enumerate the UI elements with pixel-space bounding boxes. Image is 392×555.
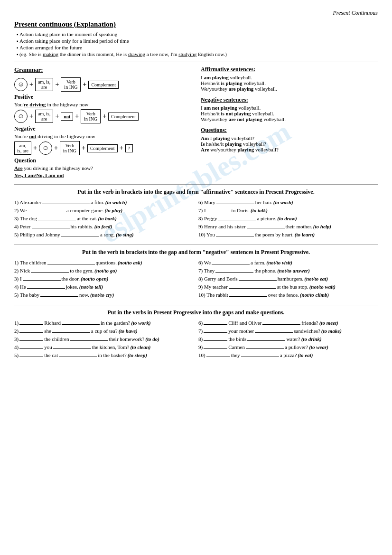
not-box: not [61,113,73,121]
grammar-section: Grammar: ☺ + am, is,are + Verbin ING + C… [14,66,378,179]
bullet-item-2: Action taking place only for a limited p… [17,38,378,44]
list-item: 4) Peter his rabbits. (to feed) [14,223,194,229]
blank[interactable] [42,198,90,204]
blank[interactable] [255,327,293,333]
blank[interactable] [62,319,100,325]
list-item: 2) We a computer game. (to play) [14,207,194,213]
list-item: 5) The baby now. (not/to cry) [14,291,194,298]
blank[interactable] [218,215,256,220]
blank[interactable] [59,351,97,357]
negative-section: Negative sentences: I am not playing vol… [201,96,378,122]
blank[interactable] [204,319,227,325]
blank[interactable] [28,207,65,212]
divider-2 [14,184,378,185]
list-item: 9) Carmen a pullover? (to wear) [198,343,378,350]
verb-ing-box2: Verbin ING [81,109,101,123]
aff-line-1: I am playing volleyball. [201,75,378,80]
blank[interactable] [216,231,254,236]
blank[interactable] [61,231,99,236]
list-item: 3) I the door. (not/to open) [14,275,194,282]
blank[interactable] [215,267,253,273]
blank[interactable] [262,319,300,325]
list-item: 6) Cliff and Oliver friends? (to meet) [198,319,378,326]
blank[interactable] [47,259,95,264]
exercise2-section: Put in the verb in brackets into the gap… [14,249,378,299]
list-item: 3) The dog at the cat. (to bark) [14,215,194,221]
list-item: 8) the birds water? (to drink) [198,335,378,342]
blank[interactable] [19,343,43,349]
blank[interactable] [32,223,70,228]
blank[interactable] [204,327,227,333]
complement-box: Complement [88,81,119,89]
positive-formula: ☺ + am, is,are + Verbin ING + Complement [14,77,191,92]
aff-line-2: He/she/it is playing volleyball. [201,80,378,86]
bullet-list: Action taking place in the moment of spe… [14,31,378,57]
blank[interactable] [207,207,231,212]
blank[interactable] [19,327,43,333]
blank[interactable] [246,343,284,349]
blank[interactable] [70,335,108,341]
exercise1-title: Put in the verb in brackets into the gap… [14,188,378,196]
list-item: 1) The children questions. (not/to ask) [14,259,194,265]
main-title: Present continuous (Explanation) [14,20,378,28]
blank[interactable] [23,275,61,281]
q-line-3: Are we/you/they playing volleyball? [201,147,378,152]
blank[interactable] [38,215,76,220]
affirmative-title: Affirmative sentences: [201,66,378,73]
bullet-item-1: Action taking place in the moment of spe… [17,31,378,37]
ex1-left: 1) Alexander a film. (to watch) 2) We a … [14,198,194,239]
blank[interactable] [206,351,230,357]
am-is-are-box2: am, is,are [35,110,53,123]
bullet-item-4: (eg. She is making the dinner in this mo… [17,51,378,57]
list-item: 6) We a farm. (not/to visit) [198,259,378,265]
blank[interactable] [204,335,227,341]
list-item: 5) Philipp and Johnny a song. (to sing) [14,231,194,237]
blank[interactable] [239,275,277,281]
exercise3-title: Put in the verbs in Present Progressive … [14,309,378,316]
blank[interactable] [204,343,227,349]
blank[interactable] [27,283,65,289]
exercise3-grid: 1) Richard in the garden? (to work) 2) s… [14,319,378,359]
ex3-left: 1) Richard in the garden? (to work) 2) s… [14,319,194,359]
blank[interactable] [19,335,43,341]
blank[interactable] [40,291,78,297]
negative-face: ☺ [14,110,28,123]
blank[interactable] [247,335,285,341]
list-item: 1) Richard in the garden? (to work) [14,319,194,326]
verb-ing-box: Verbin ING [61,77,81,92]
complement-box3: Complement [87,144,118,152]
blank[interactable] [52,327,90,333]
blank[interactable] [53,343,91,349]
negative-label: Negative [14,125,191,132]
blank[interactable] [31,267,69,273]
blank[interactable] [19,319,43,325]
list-item: 4) you the kitchen, Tom? (to clean) [14,343,194,350]
page-header: Present Continuous [14,9,378,17]
blank[interactable] [241,351,279,357]
grammar-title: Grammar: [14,66,191,74]
blank[interactable] [229,283,276,289]
exercise3-section: Put in the verbs in Present Progressive … [14,309,378,359]
list-item: 4) He jokes. (not/to tell) [14,283,194,290]
question-face: ☺ [39,141,52,155]
list-item: 10) You the poem by heart. (to learn) [198,231,378,237]
blank[interactable] [19,351,43,357]
list-item: 7) I to Doris. (to talk) [198,207,378,213]
list-item: 2) Nick to the gym. (not/to go) [14,267,194,273]
blank[interactable] [212,259,250,264]
q-line-1: Am I playing volleyball? [201,135,378,141]
question-example1: Are you driving in the highway now? [14,165,191,171]
negative-title: Negative sentences: [201,96,378,103]
list-item: 7) They the phone. (not/to answer) [198,267,378,273]
list-item: 6) Mary her hair. (to wash) [198,198,378,205]
blank[interactable] [216,198,254,204]
blank[interactable] [247,223,285,228]
grammar-left: Grammar: ☺ + am, is,are + Verbin ING + C… [14,66,191,179]
blank[interactable] [229,291,267,297]
verb-ing-box3: Verbin ING [60,141,80,155]
ex2-left: 1) The children questions. (not/to ask) … [14,259,194,299]
list-item: 3) the children their homework? (to do) [14,335,194,342]
grammar-right: Affirmative sentences: I am playing voll… [201,66,378,179]
divider-4 [14,305,378,305]
list-item: 9) My teacher at the bus stop. (not/to w… [198,283,378,290]
